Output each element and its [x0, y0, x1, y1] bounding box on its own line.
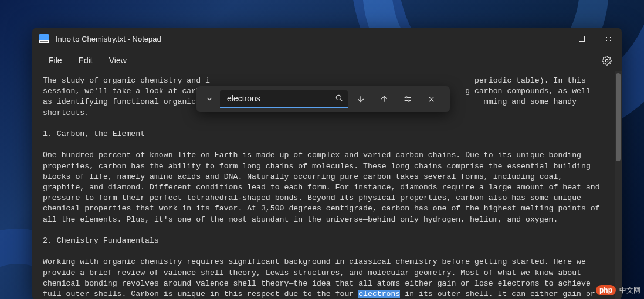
settings-button[interactable] — [595, 50, 618, 71]
window-title: Intro to Chemistry.txt - Notepad — [56, 35, 161, 43]
find-options-button[interactable] — [397, 90, 418, 108]
maximize-button[interactable] — [569, 28, 595, 50]
svg-line-6 — [341, 100, 343, 101]
svg-point-5 — [336, 95, 341, 100]
heading: 1. Carbon, the Element — [43, 130, 145, 138]
find-expand-toggle[interactable] — [201, 90, 218, 108]
gear-icon — [602, 56, 612, 66]
titlebar[interactable]: Intro to Chemistry.txt - Notepad — [32, 28, 622, 50]
vertical-scrollbar[interactable] — [615, 71, 622, 299]
scrollbar-thumb[interactable] — [616, 73, 621, 161]
sliders-icon — [403, 94, 412, 104]
menu-edit[interactable]: Edit — [70, 52, 101, 69]
menu-file[interactable]: File — [40, 52, 70, 69]
minimize-icon — [553, 36, 559, 42]
find-previous-button[interactable] — [374, 90, 395, 108]
close-button[interactable] — [595, 28, 622, 50]
heading: 2. Chemistry Fundamentals — [43, 236, 159, 245]
find-input-wrap — [220, 90, 348, 108]
notepad-app-icon — [39, 34, 49, 43]
chevron-down-icon — [205, 95, 213, 103]
close-icon — [428, 96, 435, 103]
find-close-button[interactable] — [421, 90, 442, 108]
watermark-text: 中文网 — [619, 286, 640, 295]
search-icon[interactable] — [335, 94, 343, 104]
minimize-button[interactable] — [543, 28, 569, 50]
svg-rect-1 — [579, 36, 585, 41]
menu-view[interactable]: View — [101, 52, 135, 69]
find-bar — [196, 86, 450, 112]
svg-point-11 — [406, 97, 408, 98]
notepad-window: Intro to Chemistry.txt - Notepad File Ed… — [32, 28, 622, 299]
find-next-button[interactable] — [350, 90, 371, 108]
arrow-down-icon — [356, 94, 365, 104]
close-icon — [605, 36, 612, 42]
find-input[interactable] — [220, 90, 348, 108]
svg-point-12 — [408, 100, 410, 101]
maximize-icon — [579, 36, 585, 42]
arrow-up-icon — [379, 94, 389, 104]
paragraph: One hundred percent of known life on Ear… — [43, 151, 605, 223]
menubar: File Edit View — [32, 50, 622, 71]
svg-point-4 — [605, 59, 608, 62]
search-highlight: electrons — [358, 290, 400, 298]
